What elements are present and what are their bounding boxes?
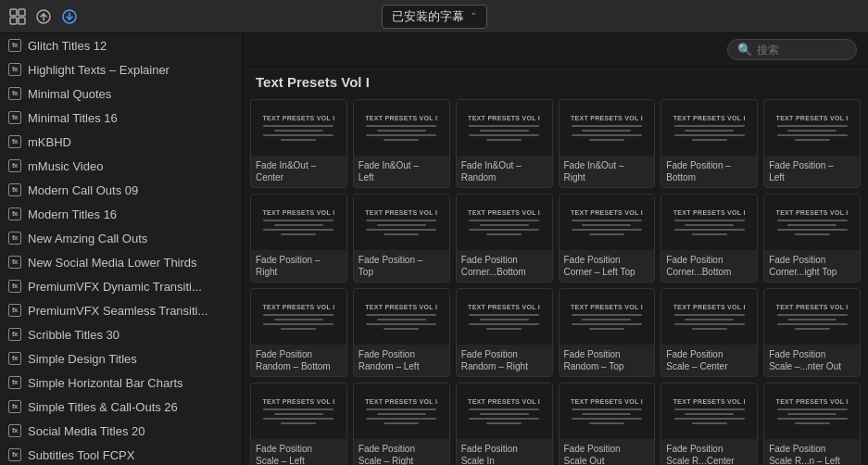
sidebar-item[interactable]: fxModern Call Outs 09 (0, 178, 242, 202)
preset-card[interactable]: TEXT PRESETS VOL IFade Position – Right (250, 194, 347, 283)
category-dropdown[interactable]: 已安装的字幕 ⌃ (382, 5, 487, 29)
thumb-line (281, 139, 316, 141)
preset-card[interactable]: TEXT PRESETS VOL IFade Position Random –… (250, 288, 347, 377)
sidebar-item[interactable]: fxGlitch Titles 12 (0, 33, 242, 57)
sidebar-item[interactable]: fxScribble Titles 30 (0, 322, 242, 346)
search-input[interactable] (757, 44, 847, 57)
thumb-line (366, 323, 436, 325)
preset-name: Fade Position Random – Top (560, 345, 655, 376)
preset-card[interactable]: TEXT PRESETS VOL IFade Position Random –… (559, 288, 656, 377)
thumb-line (777, 134, 848, 136)
sidebar-item[interactable]: fxModern Titles 16 (0, 202, 242, 226)
svg-rect-2 (10, 18, 17, 24)
preset-thumb-label: TEXT PRESETS VOL I (468, 115, 540, 121)
preset-card[interactable]: TEXT PRESETS VOL IFade Position Corner..… (456, 194, 553, 283)
preset-card[interactable]: TEXT PRESETS VOL IFade Position Scale Ou… (559, 383, 656, 465)
preset-thumb-lines (777, 408, 848, 424)
thumb-line (674, 220, 745, 221)
preset-card[interactable]: TEXT PRESETS VOL IFade Position Scale – … (250, 383, 347, 465)
preset-card[interactable]: TEXT PRESETS VOL IFade Position Scale – … (660, 288, 758, 377)
sidebar-item-label: PremiumVFX Dynamic Transiti... (28, 280, 202, 294)
toolbar-icons (7, 6, 80, 27)
preset-card[interactable]: TEXT PRESETS VOL IFade Position – Left (763, 99, 861, 188)
preset-card[interactable]: TEXT PRESETS VOL IFade Position Random –… (353, 288, 450, 377)
sidebar-item[interactable]: fxPremiumVFX Seamless Transiti... (0, 298, 242, 322)
fx-icon: fx (7, 423, 22, 438)
fx-icon: fx (7, 38, 22, 53)
toolbar-icon-3[interactable] (59, 6, 80, 27)
preset-card[interactable]: TEXT PRESETS VOL IFade Position Corner..… (763, 194, 861, 283)
preset-card[interactable]: TEXT PRESETS VOL IFade Position – Top (353, 194, 450, 283)
preset-card[interactable]: TEXT PRESETS VOL IFade Position Scale R.… (763, 383, 861, 465)
sidebar-item[interactable]: fxMinimal Quotes (0, 82, 242, 106)
dropdown-label: 已安装的字幕 (392, 8, 464, 25)
preset-card[interactable]: TEXT PRESETS VOL IFade Position Random –… (456, 288, 553, 377)
toolbar-icon-1[interactable] (7, 6, 28, 27)
sidebar-item[interactable]: fxSocial Media Titles 20 (0, 419, 242, 443)
thumb-line (366, 220, 436, 221)
thumb-line (486, 422, 522, 424)
preset-thumb-lines (366, 125, 436, 141)
preset-thumb-label: TEXT PRESETS VOL I (673, 115, 746, 121)
toolbar-icon-2[interactable] (33, 6, 54, 27)
preset-name: Fade Position – Left (764, 156, 860, 187)
fx-icon: fx (7, 62, 22, 77)
preset-name: Fade In&Out – Random (457, 156, 552, 187)
preset-name: Fade Position Corner...ight Top (764, 250, 860, 282)
preset-thumb-lines (366, 314, 436, 330)
sidebar-item-label: PremiumVFX Seamless Transiti... (28, 304, 208, 318)
sidebar-item[interactable]: fxMinimal Titles 16 (0, 106, 242, 130)
sidebar-item[interactable]: fxSimple Design Titles (0, 346, 242, 371)
fx-icon: fx (7, 231, 22, 245)
sidebar-item[interactable]: fxSubtitles Tool FCPX (0, 443, 242, 465)
sidebar-item[interactable]: fxSimple Horizontal Bar Charts (0, 371, 242, 395)
search-box[interactable]: 🔍 (727, 39, 857, 60)
preset-card[interactable]: TEXT PRESETS VOL IFade In&Out – Right (559, 99, 656, 188)
preset-card[interactable]: TEXT PRESETS VOL IFade Position Scale R.… (660, 383, 758, 465)
sidebar-item[interactable]: fxNew Amzing Call Outs (0, 226, 242, 250)
preset-thumb-lines (777, 314, 848, 330)
preset-card[interactable]: TEXT PRESETS VOL IFade In&Out – Random (456, 99, 553, 188)
preset-card[interactable]: TEXT PRESETS VOL IFade In&Out – Center (250, 99, 347, 188)
preset-name: Fade In&Out – Center (251, 156, 346, 187)
svg-rect-3 (19, 18, 25, 24)
preset-card[interactable]: TEXT PRESETS VOL IFade Position Corner..… (660, 194, 758, 283)
thumb-line (674, 323, 745, 325)
thumb-line (469, 323, 539, 325)
search-icon: 🔍 (737, 43, 752, 57)
preset-card[interactable]: TEXT PRESETS VOL IFade Position – Bottom (660, 99, 758, 188)
thumb-line (274, 130, 323, 132)
preset-card[interactable]: TEXT PRESETS VOL IFade In&Out – Left (353, 99, 450, 188)
preset-card[interactable]: TEXT PRESETS VOL IFade Position Scale – … (353, 383, 450, 465)
thumb-line (377, 319, 426, 320)
preset-thumbnail: TEXT PRESETS VOL I (560, 100, 655, 156)
sidebar-item[interactable]: fxmMusic Video (0, 154, 242, 178)
thumb-line (589, 422, 624, 424)
preset-thumbnail: TEXT PRESETS VOL I (354, 289, 449, 345)
preset-thumb-label: TEXT PRESETS VOL I (468, 209, 540, 216)
thumb-line (274, 413, 323, 415)
preset-thumb-lines (572, 220, 642, 235)
thumb-line (572, 314, 642, 316)
preset-name: Fade Position – Bottom (661, 156, 757, 187)
sidebar-item[interactable]: fxHighlight Texts – Explainer (0, 57, 242, 82)
preset-card[interactable]: TEXT PRESETS VOL IFade Position Scale –.… (763, 288, 861, 377)
preset-name: Fade Position Random – Bottom (251, 345, 346, 376)
sidebar-item-label: Subtitles Tool FCPX (28, 448, 134, 462)
preset-thumb-lines (469, 314, 539, 330)
fx-icon: fx (7, 134, 22, 149)
thumb-line (480, 413, 529, 415)
preset-thumbnail: TEXT PRESETS VOL I (251, 100, 346, 156)
thumb-line (384, 233, 419, 235)
preset-thumbnail: TEXT PRESETS VOL I (354, 383, 449, 439)
thumb-line (366, 229, 436, 231)
preset-card[interactable]: TEXT PRESETS VOL IFade Position Corner –… (559, 194, 656, 283)
sidebar-item[interactable]: fxPremiumVFX Dynamic Transiti... (0, 274, 242, 298)
preset-card[interactable]: TEXT PRESETS VOL IFade Position Scale In (456, 383, 553, 465)
thumb-line (795, 139, 830, 141)
thumb-line (469, 220, 539, 221)
sidebar-item-label: New Social Media Lower Thirds (28, 256, 197, 270)
sidebar-item[interactable]: fxmKBHD (0, 130, 242, 154)
sidebar-item[interactable]: fxNew Social Media Lower Thirds (0, 250, 242, 274)
sidebar-item[interactable]: fxSimple Titles & Call-Outs 26 (0, 395, 242, 419)
